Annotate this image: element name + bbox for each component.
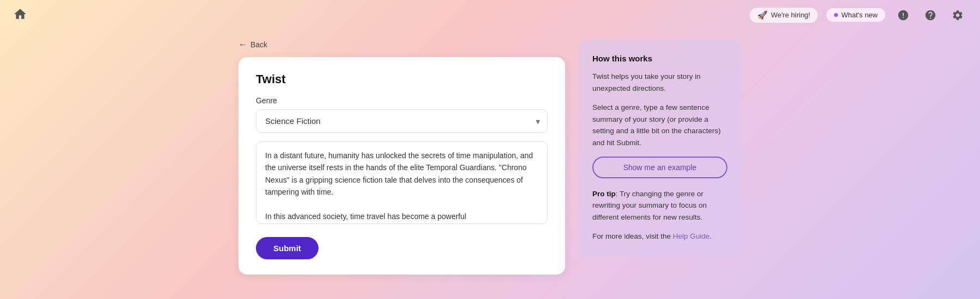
back-label: Back xyxy=(250,40,267,49)
pro-tip: Pro tip: Try changing the genre or rewri… xyxy=(592,188,727,223)
settings-icon xyxy=(952,9,964,21)
help-guide-link[interactable]: Help Guide xyxy=(673,232,710,240)
more-ideas: For more ideas, visit the Help Guide. xyxy=(592,231,727,242)
content-area: ← Back Twist Genre Science Fiction Fanta… xyxy=(0,30,980,299)
dot-indicator xyxy=(834,13,838,17)
submit-button[interactable]: Submit xyxy=(256,237,318,259)
settings-button[interactable] xyxy=(948,6,967,24)
more-ideas-text: For more ideas, visit the xyxy=(592,232,673,240)
alert-button[interactable] xyxy=(894,6,912,24)
whats-new-label: What's new xyxy=(841,11,878,19)
alert-icon xyxy=(897,9,909,21)
show-example-button[interactable]: Show me an example xyxy=(592,157,727,178)
info-desc-1: Twist helps you take your story in unexp… xyxy=(592,71,727,94)
top-nav: 🚀 We're hiring! What's new xyxy=(0,0,980,30)
home-icon[interactable] xyxy=(13,7,27,23)
nav-right: 🚀 We're hiring! What's new xyxy=(750,6,967,24)
back-arrow-icon: ← xyxy=(238,40,247,49)
main-card: Twist Genre Science Fiction Fantasy Myst… xyxy=(238,57,565,275)
card-title: Twist xyxy=(256,72,548,86)
info-desc-2: Select a genre, type a few sentence summ… xyxy=(592,102,727,148)
info-panel-title: How this works xyxy=(592,54,727,63)
help-icon xyxy=(924,9,936,21)
genre-select-wrapper: Science Fiction Fantasy Mystery Romance … xyxy=(256,109,548,133)
hiring-label: We're hiring! xyxy=(771,11,810,19)
info-panel: How this works Twist helps you take your… xyxy=(578,40,742,257)
rocket-icon: 🚀 xyxy=(757,10,768,20)
hiring-badge[interactable]: 🚀 We're hiring! xyxy=(750,8,818,23)
back-link[interactable]: ← Back xyxy=(238,40,267,49)
genre-select[interactable]: Science Fiction Fantasy Mystery Romance … xyxy=(256,109,548,133)
story-textarea[interactable]: In a distant future, humanity has unlock… xyxy=(256,141,548,224)
center-wrapper: ← Back Twist Genre Science Fiction Fanta… xyxy=(238,40,565,275)
genre-label: Genre xyxy=(256,96,548,105)
pro-tip-bold: Pro tip xyxy=(592,190,616,198)
help-button[interactable] xyxy=(921,6,940,24)
period: . xyxy=(709,232,712,240)
whats-new-badge[interactable]: What's new xyxy=(826,8,885,22)
